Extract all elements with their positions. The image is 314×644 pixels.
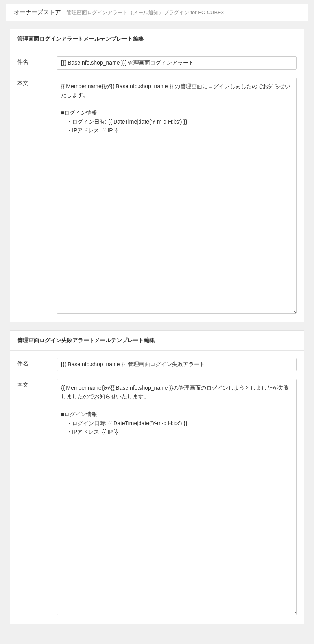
body-label: 本文 <box>17 379 57 389</box>
subject-row: 件名 <box>17 358 297 371</box>
subject-row: 件名 <box>17 56 297 70</box>
subject-control <box>57 358 297 371</box>
panel-body: 件名 本文 <box>10 49 304 322</box>
login-alert-template-panel: 管理画面ログインアラートメールテンプレート編集 件名 本文 <box>10 29 304 322</box>
body-control <box>57 379 297 616</box>
panel-body: 件名 本文 <box>10 351 304 624</box>
subject-label: 件名 <box>17 56 57 66</box>
subject-control <box>57 56 297 70</box>
body-row: 本文 <box>17 78 297 315</box>
body-label: 本文 <box>17 78 57 87</box>
body-textarea[interactable] <box>57 78 297 314</box>
subject-input[interactable] <box>57 56 297 70</box>
panel-title: 管理画面ログイン失敗アラートメールテンプレート編集 <box>10 331 304 351</box>
body-control <box>57 78 297 315</box>
breadcrumb-sub: 管理画面ログインアラート（メール通知）プラグイン for EC-CUBE3 <box>66 9 224 15</box>
body-textarea[interactable] <box>57 379 297 615</box>
login-fail-alert-template-panel: 管理画面ログイン失敗アラートメールテンプレート編集 件名 本文 <box>10 330 304 624</box>
breadcrumb: オーナーズストア 管理画面ログインアラート（メール通知）プラグイン for EC… <box>6 4 308 21</box>
body-row: 本文 <box>17 379 297 616</box>
subject-input[interactable] <box>57 358 297 371</box>
panel-title: 管理画面ログインアラートメールテンプレート編集 <box>10 29 304 49</box>
breadcrumb-main: オーナーズストア <box>14 9 61 15</box>
subject-label: 件名 <box>17 358 57 367</box>
